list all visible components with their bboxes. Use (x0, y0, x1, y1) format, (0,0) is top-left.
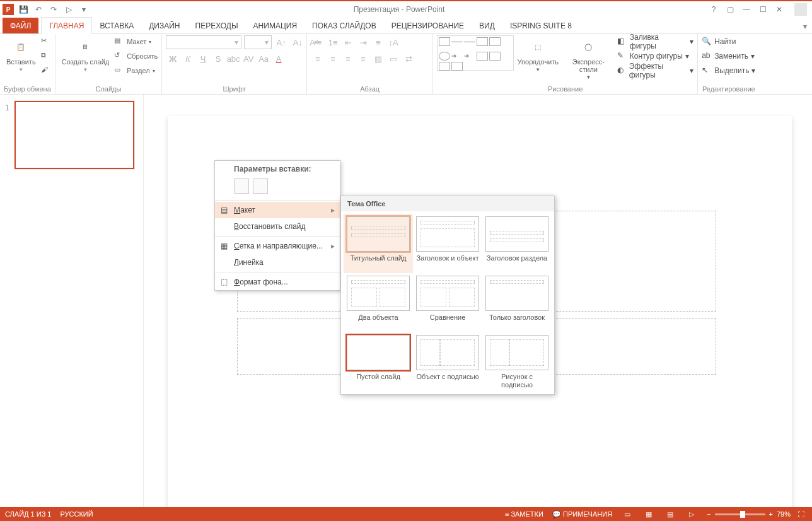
shape-effects-button[interactable]: ◐Эффекты фигуры▾ (617, 64, 693, 77)
view-normal-icon[interactable]: ▭ (621, 509, 634, 519)
shape-outline-button[interactable]: ✎Контур фигуры▾ (617, 50, 693, 62)
start-slideshow-icon[interactable]: ▷ (63, 4, 74, 15)
char-spacing-button[interactable]: AV (241, 52, 255, 66)
layout-flyout: Тема Office Титульный слайд Заголовок и … (340, 196, 555, 395)
layout-content-caption[interactable]: Объект с подписью (413, 332, 482, 392)
slide-panel[interactable]: 1 (0, 95, 144, 507)
layout-button[interactable]: ▤Макет▾ (114, 35, 158, 48)
paste-button[interactable]: 📋 Вставить ▼ (4, 35, 38, 74)
zoom-out-icon[interactable]: − (707, 510, 710, 518)
tab-design[interactable]: ДИЗАЙН (141, 18, 187, 33)
strike-button[interactable]: S (211, 52, 225, 66)
zoom-slider[interactable] (715, 513, 765, 515)
shadow-button[interactable]: abc (226, 52, 240, 66)
paste-option-1[interactable] (234, 179, 249, 194)
save-icon[interactable]: 💾 (18, 4, 29, 15)
account-avatar[interactable] (794, 3, 807, 16)
qat-customize-icon[interactable]: ▾ (78, 4, 90, 15)
view-reading-icon[interactable]: ▤ (664, 509, 676, 519)
align-text-button[interactable]: ▭ (386, 52, 400, 66)
increase-indent-button[interactable]: ⇥ (356, 35, 370, 49)
layout-section-header[interactable]: Заголовок раздела (482, 214, 552, 273)
maximize-icon[interactable]: ☐ (758, 4, 768, 15)
zoom-control[interactable]: − + 79% ⛶ (707, 509, 807, 519)
tab-insert[interactable]: ВСТАВКА (92, 18, 141, 33)
layout-title-content[interactable]: Заголовок и объект (413, 214, 482, 273)
line-spacing-button[interactable]: ≡ (371, 35, 385, 49)
tab-animations[interactable]: АНИМАЦИЯ (246, 18, 304, 33)
context-menu: Параметры вставки: ▤ Макет ▸ Восстановит… (214, 160, 340, 291)
grow-font-button[interactable]: A↑ (274, 35, 288, 49)
title-bar: P 💾 ↶ ↷ ▷ ▾ Презентация - PowerPoint ? ▢… (0, 1, 812, 18)
replace-button[interactable]: abЗаменить▾ (702, 50, 755, 62)
text-direction-button[interactable]: ↕A (386, 35, 400, 49)
font-size-combo[interactable]: ▾ (244, 35, 272, 49)
smartart-button[interactable]: ⇄ (402, 52, 415, 66)
layout-title-only[interactable]: Только заголовок (482, 273, 552, 332)
bold-button[interactable]: Ж (166, 52, 180, 66)
redo-icon[interactable]: ↷ (48, 4, 59, 15)
status-comments[interactable]: 💬 ПРИМЕЧАНИЯ (552, 510, 612, 518)
italic-button[interactable]: К (181, 52, 195, 66)
ctx-ruler[interactable]: Линейка (215, 254, 340, 271)
ctx-background[interactable]: ⬚ Формат фона... (215, 274, 340, 290)
arrange-button[interactable]: ⬚ Упорядочить ▼ (516, 35, 560, 74)
view-slideshow-icon[interactable]: ▷ (685, 509, 698, 519)
underline-button[interactable]: Ч (196, 52, 210, 66)
ribbon-display-icon[interactable]: ▢ (725, 4, 735, 15)
tab-review[interactable]: РЕЦЕНЗИРОВАНИЕ (384, 18, 472, 33)
ctx-restore[interactable]: Восстановить слайд (215, 218, 340, 235)
paste-option-2[interactable] (253, 179, 268, 194)
bullets-button[interactable]: •≡ (311, 35, 325, 49)
align-center-button[interactable]: ≡ (326, 52, 340, 66)
layout-picture-caption[interactable]: Рисунок с подписью (482, 332, 552, 392)
copy-button[interactable]: ⧉ (41, 50, 51, 62)
tab-home[interactable]: ГЛАВНАЯ (41, 17, 92, 34)
align-left-button[interactable]: ≡ (311, 52, 325, 66)
tab-slideshow[interactable]: ПОКАЗ СЛАЙДОВ (304, 18, 384, 33)
help-icon[interactable]: ? (709, 4, 719, 15)
fit-to-window-icon[interactable]: ⛶ (794, 509, 807, 519)
layout-comparison[interactable]: Сравнение (413, 273, 482, 332)
layout-title-slide[interactable]: Титульный слайд (344, 214, 413, 273)
quick-styles-button[interactable]: ◯ Экспресс-стили ▼ (562, 35, 615, 81)
change-case-button[interactable]: Aa (257, 52, 270, 66)
font-color-button[interactable]: A (272, 52, 286, 66)
font-family-combo[interactable]: ▾ (166, 35, 241, 49)
close-icon[interactable]: ✕ (774, 4, 784, 15)
shrink-font-button[interactable]: A↓ (291, 35, 304, 49)
tab-transitions[interactable]: ПЕРЕХОДЫ (188, 18, 246, 33)
zoom-in-icon[interactable]: + (769, 510, 773, 518)
undo-icon[interactable]: ↶ (33, 4, 44, 15)
cut-button[interactable]: ✂ (41, 35, 51, 48)
status-notes[interactable]: ≡ ЗАМЕТКИ (505, 510, 543, 518)
reset-button[interactable]: ↺Сбросить (114, 50, 158, 62)
layout-blank[interactable]: Пустой слайд (344, 332, 413, 392)
decrease-indent-button[interactable]: ⇤ (341, 35, 355, 49)
section-button[interactable]: ▭Раздел▾ (114, 64, 158, 77)
select-button[interactable]: ↖Выделить▾ (702, 64, 755, 77)
format-icon: ⬚ (219, 277, 229, 287)
ctx-grid[interactable]: ▦ Сетка и направляющие... ▸ (215, 238, 340, 254)
minimize-icon[interactable]: — (741, 4, 751, 15)
justify-button[interactable]: ≡ (356, 52, 370, 66)
view-sorter-icon[interactable]: ▦ (642, 509, 655, 519)
find-button[interactable]: 🔍Найти (702, 35, 755, 48)
tab-ispring[interactable]: ISPRING SUITE 8 (502, 18, 579, 33)
slide-thumbnail[interactable] (14, 101, 134, 169)
status-slide-count[interactable]: СЛАЙД 1 ИЗ 1 (5, 510, 51, 518)
zoom-value[interactable]: 79% (777, 510, 791, 518)
columns-button[interactable]: ▥ (371, 52, 385, 66)
format-painter-button[interactable]: 🖌 (41, 64, 51, 77)
align-right-button[interactable]: ≡ (341, 52, 355, 66)
new-slide-button[interactable]: 🗎 Создать слайд ▼ (59, 35, 112, 74)
shapes-gallery[interactable] (437, 35, 514, 71)
tab-view[interactable]: ВИД (472, 18, 502, 33)
tab-file[interactable]: ФАЙЛ (3, 18, 38, 33)
status-language[interactable]: РУССКИЙ (60, 510, 93, 518)
ctx-layout[interactable]: ▤ Макет ▸ (215, 202, 340, 218)
ribbon-collapse-icon[interactable]: ▾ (798, 20, 812, 33)
layout-two-content[interactable]: Два объекта (344, 273, 413, 332)
shape-fill-button[interactable]: ◧Заливка фигуры▾ (617, 35, 693, 48)
numbers-button[interactable]: 1≡ (326, 35, 340, 49)
